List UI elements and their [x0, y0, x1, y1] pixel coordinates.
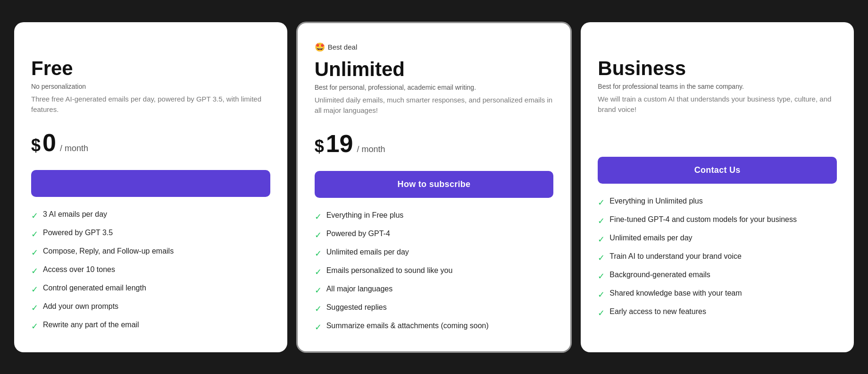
feature-text: Unlimited emails per day [326, 248, 409, 256]
check-icon: ✓ [31, 284, 38, 295]
features-list-business: ✓ Everything in Unlimited plus ✓ Fine-tu… [598, 197, 837, 318]
plan-description: Three free AI-generated emails per day, … [31, 94, 270, 115]
feature-item: ✓ Background-generated emails [598, 271, 837, 281]
plan-card-business: BusinessBest for professional teams in t… [581, 22, 854, 352]
cta-button-free[interactable] [31, 170, 270, 197]
feature-item: ✓ Suggested replies [315, 303, 554, 314]
feature-text: Train AI to understand your brand voice [609, 252, 742, 261]
check-icon: ✓ [315, 267, 322, 277]
feature-text: Powered by GPT-4 [326, 230, 390, 238]
feature-item: ✓ 3 AI emails per day [31, 210, 270, 221]
feature-item: ✓ Rewrite any part of the email [31, 321, 270, 332]
feature-text: 3 AI emails per day [43, 210, 107, 219]
feature-text: All major languages [326, 285, 393, 293]
feature-item: ✓ Unlimited emails per day [315, 248, 554, 259]
feature-text: Rewrite any part of the email [43, 321, 139, 329]
feature-text: Everything in Unlimited plus [609, 197, 702, 205]
feature-text: Suggested replies [326, 303, 387, 312]
plan-description: We will train a custom AI that understan… [598, 94, 837, 115]
price-row: $ 19 / month [315, 129, 554, 158]
check-icon: ✓ [315, 322, 322, 332]
cta-button-unlimited[interactable]: How to subscribe [315, 171, 554, 198]
badge-emoji: 🤩 [315, 42, 325, 52]
features-list-unlimited: ✓ Everything in Free plus ✓ Powered by G… [315, 211, 554, 332]
feature-item: ✓ Train AI to understand your brand voic… [598, 252, 837, 263]
feature-item: ✓ Control generated email length [31, 284, 270, 295]
plan-card-unlimited: 🤩 Best deal UnlimitedBest for personal, … [297, 22, 572, 352]
check-icon: ✓ [315, 212, 322, 222]
features-list-free: ✓ 3 AI emails per day ✓ Powered by GPT 3… [31, 210, 270, 332]
price-symbol: $ [315, 136, 324, 156]
feature-item: ✓ Emails personalized to sound like you [315, 266, 554, 277]
feature-item: ✓ Powered by GPT-4 [315, 230, 554, 240]
plan-card-free: FreeNo personalizationThree free AI-gene… [14, 22, 287, 352]
check-icon: ✓ [31, 303, 38, 313]
pricing-container: FreeNo personalizationThree free AI-gene… [14, 22, 854, 352]
check-icon: ✓ [31, 247, 38, 258]
check-icon: ✓ [31, 211, 38, 221]
price-period: / month [60, 144, 88, 153]
feature-text: Add your own prompts [43, 302, 118, 311]
best-deal-label: Best deal [328, 43, 358, 51]
price-row: $ 0 / month [31, 128, 270, 157]
plan-name: Free [31, 57, 270, 80]
check-icon: ✓ [598, 197, 605, 208]
feature-item: ✓ Summarize emails & attachments (coming… [315, 322, 554, 332]
cta-button-business[interactable]: Contact Us [598, 157, 837, 184]
plan-tagline: Best for professional teams in the same … [598, 83, 837, 90]
price-amount: 0 [42, 128, 56, 157]
price-spacer [598, 128, 837, 157]
check-icon: ✓ [598, 289, 605, 300]
check-icon: ✓ [31, 229, 38, 239]
check-icon: ✓ [598, 216, 605, 226]
feature-item: ✓ Unlimited emails per day [598, 234, 837, 245]
feature-text: Background-generated emails [609, 271, 710, 279]
check-icon: ✓ [315, 230, 322, 240]
plan-name: Unlimited [315, 58, 554, 81]
check-icon: ✓ [31, 266, 38, 276]
check-icon: ✓ [598, 308, 605, 318]
feature-item: ✓ Early access to new features [598, 307, 837, 318]
feature-item: ✓ All major languages [315, 285, 554, 296]
badge-spacer [598, 41, 837, 57]
plan-tagline: Best for personal, professional, academi… [315, 84, 554, 91]
price-amount: 19 [326, 129, 353, 158]
price-symbol: $ [31, 136, 41, 155]
badge-spacer [31, 41, 270, 57]
feature-text: Unlimited emails per day [609, 234, 692, 242]
plan-tagline: No personalization [31, 83, 270, 90]
check-icon: ✓ [598, 234, 605, 245]
feature-item: ✓ Shared knowledge base with your team [598, 289, 837, 300]
feature-text: Summarize emails & attachments (coming s… [326, 322, 489, 330]
check-icon: ✓ [31, 321, 38, 332]
best-deal-badge: 🤩 Best deal [315, 42, 554, 52]
plan-description: Unlimited daily emails, much smarter res… [315, 95, 554, 116]
check-icon: ✓ [598, 253, 605, 263]
check-icon: ✓ [598, 271, 605, 281]
feature-item: ✓ Powered by GPT 3.5 [31, 229, 270, 239]
feature-text: Access over 10 tones [43, 265, 115, 274]
feature-item: ✓ Everything in Free plus [315, 211, 554, 222]
feature-text: Compose, Reply, and Follow-up emails [43, 247, 174, 255]
price-period: / month [357, 144, 385, 154]
feature-text: Emails personalized to sound like you [326, 266, 453, 275]
check-icon: ✓ [315, 248, 322, 259]
feature-text: Everything in Free plus [326, 211, 404, 220]
feature-item: ✓ Everything in Unlimited plus [598, 197, 837, 208]
feature-item: ✓ Fine-tuned GPT-4 and custom models for… [598, 215, 837, 226]
feature-text: Control generated email length [43, 284, 146, 292]
feature-item: ✓ Compose, Reply, and Follow-up emails [31, 247, 270, 258]
check-icon: ✓ [315, 304, 322, 314]
plan-name: Business [598, 57, 837, 80]
feature-text: Powered by GPT 3.5 [43, 229, 113, 237]
check-icon: ✓ [315, 285, 322, 296]
feature-text: Fine-tuned GPT-4 and custom models for y… [609, 215, 797, 224]
feature-item: ✓ Access over 10 tones [31, 265, 270, 276]
feature-item: ✓ Add your own prompts [31, 302, 270, 313]
feature-text: Early access to new features [609, 307, 706, 316]
feature-text: Shared knowledge base with your team [609, 289, 742, 298]
